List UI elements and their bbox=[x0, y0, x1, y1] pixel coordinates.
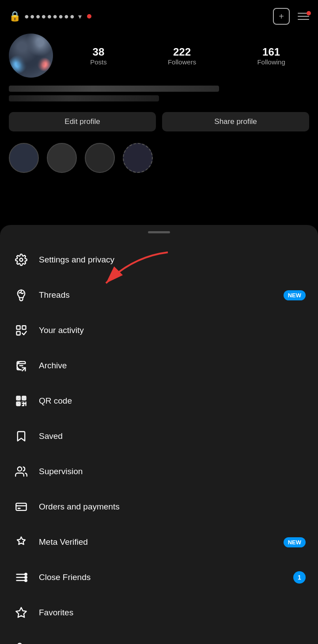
following-stat[interactable]: 161 Following bbox=[257, 46, 285, 66]
threads-new-badge: NEW bbox=[284, 290, 306, 300]
avatar[interactable] bbox=[9, 34, 53, 78]
favorites-icon bbox=[12, 604, 30, 622]
username-text: ●●●●●●●●● bbox=[24, 12, 76, 21]
settings-label: Settings and privacy bbox=[39, 255, 306, 265]
highlight-4[interactable] bbox=[123, 143, 153, 173]
orders-icon bbox=[12, 498, 30, 516]
saved-label: Saved bbox=[39, 431, 306, 441]
menu-item-qr-code[interactable]: QR code bbox=[0, 383, 318, 419]
meta-verified-new-badge: NEW bbox=[284, 537, 306, 547]
menu-item-supervision[interactable]: Supervision bbox=[0, 454, 318, 489]
posts-stat[interactable]: 38 Posts bbox=[90, 46, 107, 66]
highlight-2[interactable] bbox=[47, 143, 77, 173]
menu-item-settings[interactable]: Settings and privacy bbox=[0, 242, 318, 277]
svg-rect-3 bbox=[17, 326, 20, 329]
menu-item-saved[interactable]: Saved bbox=[0, 419, 318, 454]
saved-icon bbox=[12, 427, 30, 445]
profile-header: 38 Posts 222 Followers 161 Following bbox=[9, 34, 309, 84]
profile-section: 38 Posts 222 Followers 161 Following Edi… bbox=[0, 29, 318, 139]
svg-rect-9 bbox=[18, 397, 19, 399]
followers-stat[interactable]: 222 Followers bbox=[168, 46, 196, 66]
menu-item-discover[interactable]: Discover people bbox=[0, 630, 318, 644]
highlight-1[interactable] bbox=[9, 143, 39, 173]
menu-item-threads[interactable]: Threads NEW bbox=[0, 277, 318, 313]
following-count: 161 bbox=[262, 46, 280, 58]
archive-icon bbox=[12, 357, 30, 374]
sheet-handle bbox=[148, 231, 170, 233]
svg-marker-30 bbox=[16, 607, 26, 617]
meta-verified-icon bbox=[12, 533, 30, 551]
followers-label: Followers bbox=[168, 58, 196, 66]
supervision-icon bbox=[12, 463, 30, 480]
following-label: Following bbox=[257, 58, 285, 66]
top-bar: 🔒 ●●●●●●●●● ▾ + bbox=[0, 0, 318, 29]
orders-label: Orders and payments bbox=[39, 502, 306, 512]
threads-label: Threads bbox=[39, 290, 284, 300]
meta-verified-label: Meta Verified bbox=[39, 537, 284, 547]
profile-buttons: Edit profile Share profile bbox=[9, 112, 309, 139]
chevron-down-icon: ▾ bbox=[78, 12, 82, 21]
qr-icon bbox=[12, 392, 30, 410]
menu-item-archive[interactable]: Archive bbox=[0, 348, 318, 383]
username-area[interactable]: ●●●●●●●●● ▾ bbox=[24, 12, 82, 21]
qr-code-label: QR code bbox=[39, 396, 306, 406]
archive-label: Archive bbox=[39, 361, 306, 371]
posts-count: 38 bbox=[93, 46, 105, 58]
highlight-3[interactable] bbox=[85, 143, 115, 173]
svg-rect-4 bbox=[22, 326, 26, 329]
notification-dot bbox=[87, 14, 91, 19]
threads-icon bbox=[12, 286, 30, 304]
profile-bio bbox=[9, 84, 309, 112]
activity-label: Your activity bbox=[39, 326, 306, 335]
menu-item-orders[interactable]: Orders and payments bbox=[0, 489, 318, 524]
svg-rect-13 bbox=[18, 403, 19, 405]
activity-icon bbox=[12, 322, 30, 339]
lock-icon: 🔒 bbox=[9, 11, 21, 22]
stats-row: 38 Posts 222 Followers 161 Following bbox=[66, 46, 309, 66]
highlights-row bbox=[0, 139, 318, 173]
menu-item-favorites[interactable]: Favorites bbox=[0, 595, 318, 630]
posts-label: Posts bbox=[90, 58, 107, 66]
new-post-button[interactable]: + bbox=[273, 8, 290, 25]
svg-point-28 bbox=[25, 577, 27, 579]
svg-point-19 bbox=[18, 467, 22, 471]
svg-rect-20 bbox=[16, 503, 26, 510]
bottom-sheet: Settings and privacy Threads NEW Your ac… bbox=[0, 225, 318, 644]
close-friends-icon bbox=[12, 569, 30, 586]
menu-item-meta-verified[interactable]: Meta Verified NEW bbox=[0, 524, 318, 560]
svg-point-29 bbox=[25, 580, 27, 582]
svg-rect-5 bbox=[17, 331, 20, 335]
svg-point-1 bbox=[20, 258, 23, 262]
discover-icon bbox=[12, 639, 30, 644]
followers-count: 222 bbox=[173, 46, 191, 58]
svg-point-27 bbox=[25, 573, 27, 576]
settings-icon bbox=[12, 251, 30, 269]
menu-button[interactable] bbox=[298, 13, 309, 20]
bio-line-1 bbox=[9, 86, 219, 92]
svg-rect-11 bbox=[23, 397, 25, 399]
menu-item-close-friends[interactable]: Close Friends 1 bbox=[0, 560, 318, 595]
favorites-label: Favorites bbox=[39, 608, 306, 618]
menu-item-your-activity[interactable]: Your activity bbox=[0, 313, 318, 348]
edit-profile-button[interactable]: Edit profile bbox=[9, 112, 156, 131]
bio-line-2 bbox=[9, 95, 159, 101]
share-profile-button[interactable]: Share profile bbox=[162, 112, 309, 131]
menu-notification-dot bbox=[307, 11, 311, 15]
close-friends-count-badge: 1 bbox=[293, 571, 306, 584]
supervision-label: Supervision bbox=[39, 467, 306, 476]
top-bar-left: 🔒 ●●●●●●●●● ▾ bbox=[9, 11, 91, 22]
close-friends-label: Close Friends bbox=[39, 573, 293, 582]
top-bar-right: + bbox=[273, 8, 309, 25]
